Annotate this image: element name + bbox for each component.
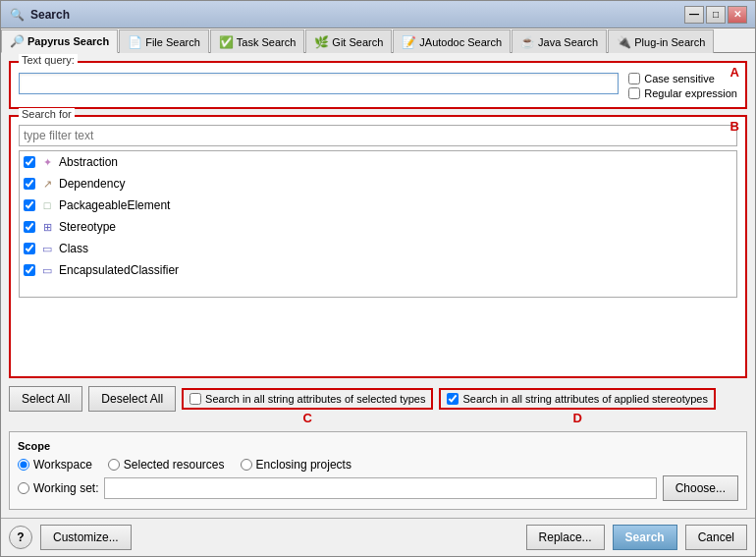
corner-a-label: A	[730, 65, 739, 80]
working-set-radio[interactable]	[18, 482, 29, 494]
class-checkbox[interactable]	[24, 243, 35, 254]
list-item: ▭ EncapsulatedClassifier	[20, 259, 736, 281]
tab-papyrus-search[interactable]: 🔎 Papyrus Search	[1, 29, 118, 53]
dependency-icon: ↗	[39, 176, 55, 192]
customize-button[interactable]: Customize...	[40, 525, 132, 550]
tab-git-search[interactable]: 🌿 Git Search	[305, 29, 392, 53]
tab-bar: 🔎 Papyrus Search 📄 File Search ✅ Task Se…	[1, 28, 755, 53]
search-for-section: Search for B ✦ Abstraction ↗ Dependency …	[9, 115, 747, 378]
query-row: Case sensitive Regular expression	[19, 73, 737, 99]
working-set-input[interactable]	[104, 477, 656, 499]
corner-c-label: C	[303, 411, 312, 425]
encapsulated-label: EncapsulatedClassifier	[59, 263, 179, 277]
list-item: □ PackageableElement	[20, 195, 736, 216]
packageable-checkbox[interactable]	[24, 199, 35, 211]
plugin-tab-icon: 🔌	[617, 35, 631, 49]
string-attrs-selected-checkbox[interactable]	[189, 393, 201, 405]
package-icon: □	[39, 197, 55, 213]
tab-file-search[interactable]: 📄 File Search	[119, 29, 209, 53]
title-bar: 🔍 Search — □ ✕	[1, 1, 755, 28]
list-item: ▭ Class	[20, 238, 736, 259]
abstraction-icon: ✦	[39, 154, 55, 170]
workspace-radio[interactable]	[18, 459, 29, 471]
working-set-option[interactable]: Working set:	[18, 481, 98, 495]
tab-task-search[interactable]: ✅ Task Search	[210, 29, 305, 53]
string-attrs-applied-box: Search in all string attributes of appli…	[439, 388, 715, 410]
dependency-label: Dependency	[59, 177, 125, 191]
text-query-label: Text query:	[19, 54, 78, 66]
text-query-section: Text query: A Case sensitive Regular exp…	[9, 61, 747, 109]
cancel-button[interactable]: Cancel	[685, 525, 747, 550]
abstraction-checkbox[interactable]	[24, 156, 35, 168]
close-button[interactable]: ✕	[728, 6, 747, 24]
case-sensitive-option[interactable]: Case sensitive	[628, 73, 737, 84]
encapsulated-checkbox[interactable]	[24, 264, 35, 276]
stereotype-checkbox[interactable]	[24, 221, 35, 233]
window-icon: 🔍	[9, 7, 25, 23]
file-tab-icon: 📄	[128, 35, 142, 49]
dependency-checkbox[interactable]	[24, 178, 35, 190]
search-window: 🔍 Search — □ ✕ 🔎 Papyrus Search 📄 File S…	[0, 0, 756, 557]
scope-section: Scope Workspace Selected resources Enclo…	[9, 431, 747, 510]
task-tab-icon: ✅	[219, 35, 234, 49]
abstraction-label: Abstraction	[59, 155, 118, 169]
class-label: Class	[59, 242, 88, 255]
regular-expression-option[interactable]: Regular expression	[628, 87, 737, 99]
java-tab-icon: ☕	[520, 35, 535, 49]
string-attrs-selected-box: Search in all string attributes of selec…	[182, 388, 433, 410]
enclosing-projects-option[interactable]: Enclosing projects	[241, 458, 351, 472]
papyrus-tab-icon: 🔎	[10, 34, 25, 48]
help-button[interactable]: ?	[9, 526, 32, 549]
regular-expression-checkbox[interactable]	[628, 87, 640, 99]
selected-resources-radio[interactable]	[108, 459, 120, 471]
search-for-label: Search for	[19, 108, 75, 120]
list-item: ✦ Abstraction	[20, 151, 736, 173]
encapsulated-icon: ▭	[39, 262, 55, 278]
deselect-all-button[interactable]: Deselect All	[88, 386, 176, 412]
string-attrs-applied-checkbox[interactable]	[447, 393, 459, 405]
action-buttons-row: Select All Deselect All Search in all st…	[9, 386, 747, 412]
selected-resources-option[interactable]: Selected resources	[108, 458, 225, 472]
search-button[interactable]: Search	[613, 525, 677, 550]
tab-java-search[interactable]: ☕ Java Search	[512, 29, 607, 53]
class-icon: ▭	[39, 241, 55, 256]
choose-button[interactable]: Choose...	[663, 475, 738, 501]
git-tab-icon: 🌿	[314, 35, 329, 49]
corner-b-label: B	[730, 119, 739, 134]
title-bar-buttons: — □ ✕	[684, 6, 747, 24]
window-title: Search	[30, 8, 684, 22]
workspace-option[interactable]: Workspace	[18, 458, 92, 472]
tab-jautodoc-search[interactable]: 📝 JAutodoc Search	[393, 29, 511, 53]
stereotype-icon: ⊞	[39, 219, 55, 235]
maximize-button[interactable]: □	[706, 6, 726, 24]
corner-d-label: D	[573, 411, 582, 425]
list-item: ⊞ Stereotype	[20, 216, 736, 238]
packageable-label: PackageableElement	[59, 198, 170, 212]
bottom-bar: ? Customize... Replace... Search Cancel	[1, 518, 755, 556]
type-tree-list[interactable]: ✦ Abstraction ↗ Dependency □ Packageable…	[19, 150, 737, 298]
working-set-row: Working set: Choose...	[18, 475, 738, 501]
minimize-button[interactable]: —	[684, 6, 704, 24]
case-sensitive-checkbox[interactable]	[628, 73, 640, 84]
replace-button[interactable]: Replace...	[526, 525, 605, 550]
tab-plugin-search[interactable]: 🔌 Plug-in Search	[608, 29, 714, 53]
select-all-button[interactable]: Select All	[9, 386, 82, 412]
enclosing-projects-radio[interactable]	[241, 459, 252, 471]
options-checkboxes: Case sensitive Regular expression	[628, 73, 737, 99]
stereotype-label: Stereotype	[59, 220, 116, 234]
scope-title: Scope	[18, 440, 738, 452]
list-item: ↗ Dependency	[20, 173, 736, 195]
scope-radio-row: Workspace Selected resources Enclosing p…	[18, 458, 738, 472]
filter-input[interactable]	[19, 125, 737, 146]
jautodoc-tab-icon: 📝	[402, 35, 416, 49]
main-content: Text query: A Case sensitive Regular exp…	[1, 53, 755, 518]
text-query-input[interactable]	[19, 73, 619, 94]
